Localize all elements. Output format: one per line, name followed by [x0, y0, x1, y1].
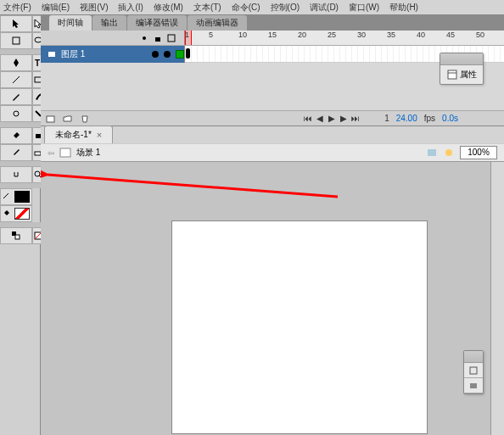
- pencil-tool[interactable]: [0, 88, 32, 105]
- back-icon[interactable]: ⇦: [48, 148, 54, 158]
- current-frame: 1: [384, 114, 389, 123]
- frame-number: 30: [357, 31, 366, 39]
- frame-number: 40: [417, 31, 425, 39]
- step-back-icon[interactable]: ◀: [315, 114, 325, 124]
- menu-item[interactable]: 文件(F): [3, 2, 31, 14]
- edit-scene-icon[interactable]: [426, 148, 438, 158]
- svg-rect-7: [35, 152, 41, 155]
- timeline-panel: 15101520253035404550556065707580 图层 1: [41, 31, 504, 126]
- zoom-field[interactable]: 100%: [460, 146, 497, 159]
- properties-panel[interactable]: 属性: [440, 53, 484, 85]
- svg-rect-18: [47, 116, 54, 122]
- frame-number: 5: [209, 31, 213, 39]
- document-tabs: 未命名-1* ×: [41, 126, 504, 143]
- side-panel-btn-2[interactable]: [464, 378, 483, 393]
- frame-number: 10: [238, 31, 247, 39]
- hand-tool[interactable]: [0, 166, 32, 183]
- panel-tab[interactable]: 动画编辑器: [188, 15, 247, 31]
- svg-rect-23: [470, 383, 477, 388]
- side-panel: [463, 350, 484, 394]
- fps-value: 24.00: [396, 114, 417, 123]
- menu-item[interactable]: 调试(D): [310, 2, 339, 14]
- properties-label: 属性: [460, 69, 477, 81]
- frame-number: 45: [446, 31, 455, 39]
- scene-name[interactable]: 场景 1: [76, 147, 100, 159]
- menu-item[interactable]: 窗口(W): [349, 2, 379, 14]
- keyframe[interactable]: [186, 48, 190, 59]
- stage-area[interactable]: [41, 162, 504, 435]
- layer-icon: [48, 50, 56, 59]
- menu-item[interactable]: 插入(I): [118, 2, 143, 14]
- frame-number: 50: [476, 31, 484, 39]
- scene-icon: [59, 148, 71, 158]
- free-transform-tool[interactable]: [0, 32, 32, 49]
- menu-item[interactable]: 控制(O): [271, 2, 300, 14]
- side-panel-btn-1[interactable]: [464, 363, 483, 378]
- svg-rect-22: [470, 367, 477, 374]
- panel-tab[interactable]: 输出: [92, 15, 126, 31]
- svg-rect-16: [168, 35, 175, 42]
- menu-item[interactable]: 编辑(E): [42, 2, 70, 14]
- svg-rect-0: [13, 37, 20, 44]
- panel-tab[interactable]: 编译器错误: [127, 15, 187, 31]
- timeline-footer: ⏮ ◀ ▶ ▶ ⏭ 1 24.00 fps 0.0s: [41, 110, 504, 125]
- layer-name: 图层 1: [61, 48, 85, 60]
- eyedropper-tool[interactable]: [0, 144, 32, 161]
- edit-bar: ⇦ 场景 1 100%: [41, 143, 504, 162]
- play-icon[interactable]: ▶: [327, 114, 337, 124]
- svg-rect-15: [155, 37, 160, 42]
- frame-number: 35: [387, 31, 395, 39]
- selection-tool[interactable]: [0, 15, 32, 32]
- document-tab[interactable]: 未命名-1* ×: [44, 125, 113, 143]
- frame-number: 1: [185, 31, 189, 39]
- svg-text:T: T: [35, 59, 40, 68]
- elapsed-time: 0.0s: [442, 114, 458, 123]
- frame-number: 15: [268, 31, 277, 39]
- panel-tabs: 时间轴输出编译器错误动画编辑器: [41, 15, 504, 31]
- swap-colors[interactable]: [0, 227, 32, 244]
- frame-number: 25: [328, 31, 336, 39]
- line-tool[interactable]: [0, 71, 32, 88]
- tool-panel: T: [0, 15, 41, 435]
- svg-point-14: [143, 36, 146, 40]
- outline-icon[interactable]: [167, 34, 176, 42]
- svg-rect-17: [48, 52, 55, 57]
- goto-first-icon[interactable]: ⏮: [303, 114, 313, 124]
- svg-rect-11: [15, 235, 20, 239]
- menu-item[interactable]: 命令(C): [232, 2, 260, 14]
- lock-icon[interactable]: [154, 34, 162, 42]
- svg-rect-19: [60, 148, 70, 157]
- frame-number: 20: [298, 31, 306, 39]
- stroke-color[interactable]: [0, 188, 32, 205]
- properties-icon: [447, 70, 457, 80]
- menubar: 文件(F)编辑(E)视图(V)插入(I)修改(M)文本(T)命令(C)控制(O)…: [0, 0, 504, 15]
- svg-rect-20: [428, 149, 436, 156]
- menu-item[interactable]: 文本(T): [193, 2, 221, 14]
- new-folder-icon[interactable]: [63, 114, 73, 124]
- close-icon[interactable]: ×: [97, 130, 102, 140]
- edit-symbol-icon[interactable]: [443, 148, 455, 158]
- deco-tool[interactable]: [0, 105, 32, 122]
- menu-item[interactable]: 视图(V): [80, 2, 108, 14]
- panel-tab[interactable]: 时间轴: [49, 15, 92, 31]
- svg-line-3: [13, 76, 20, 83]
- fps-unit: fps: [424, 114, 435, 123]
- svg-point-5: [14, 111, 19, 116]
- svg-point-21: [445, 149, 452, 156]
- paint-bucket-tool[interactable]: [0, 127, 32, 144]
- eye-icon[interactable]: [140, 34, 148, 42]
- new-layer-icon[interactable]: [46, 114, 56, 124]
- fill-color[interactable]: [0, 205, 32, 222]
- step-fwd-icon[interactable]: ▶: [339, 114, 349, 124]
- layer-row[interactable]: 图层 1: [41, 46, 185, 63]
- menu-item[interactable]: 修改(M): [154, 2, 183, 14]
- goto-last-icon[interactable]: ⏭: [350, 114, 361, 124]
- pen-tool[interactable]: [0, 54, 32, 71]
- svg-rect-24: [448, 70, 456, 79]
- delete-layer-icon[interactable]: [80, 114, 90, 124]
- frame-ruler[interactable]: 15101520253035404550556065707580: [185, 31, 504, 45]
- stage[interactable]: [172, 221, 427, 433]
- document-tab-label: 未命名-1*: [55, 129, 92, 141]
- menu-item[interactable]: 帮助(H): [389, 2, 418, 14]
- vertical-scrollbar[interactable]: [490, 162, 504, 435]
